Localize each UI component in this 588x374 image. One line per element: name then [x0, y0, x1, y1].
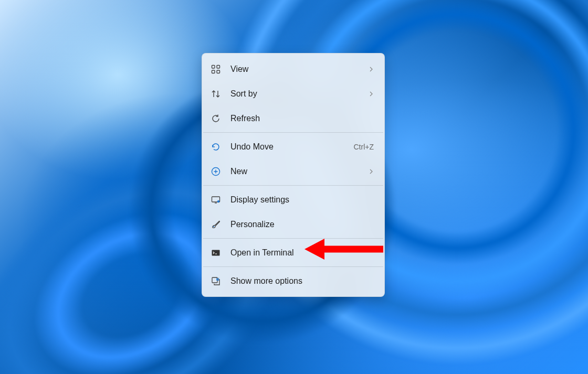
- menu-separator: [203, 266, 383, 267]
- menu-item-personalize[interactable]: Personalize: [202, 212, 384, 237]
- menu-label: Personalize: [230, 220, 376, 229]
- menu-item-view[interactable]: View: [202, 57, 384, 81]
- menu-label: New: [230, 167, 369, 176]
- svg-point-6: [217, 200, 219, 202]
- svg-rect-8: [212, 250, 220, 255]
- sort-icon: [211, 89, 221, 99]
- chevron-right-icon: [369, 90, 374, 98]
- chevron-right-icon: [369, 168, 374, 175]
- menu-label: View: [230, 65, 369, 74]
- terminal-icon: [211, 248, 221, 258]
- menu-shortcut: Ctrl+Z: [354, 143, 374, 151]
- svg-rect-2: [212, 70, 215, 73]
- grid-icon: [211, 64, 221, 74]
- menu-label: Undo Move: [230, 142, 354, 152]
- menu-label: Display settings: [230, 195, 376, 205]
- menu-label: Refresh: [230, 114, 376, 123]
- svg-point-7: [213, 226, 214, 227]
- undo-icon: [211, 142, 221, 152]
- chevron-right-icon: [369, 66, 374, 73]
- menu-item-display-settings[interactable]: Display settings: [202, 187, 384, 212]
- menu-item-new[interactable]: New: [202, 159, 384, 184]
- refresh-icon: [211, 113, 221, 124]
- menu-item-undo-move[interactable]: Undo Move Ctrl+Z: [202, 134, 384, 159]
- svg-rect-1: [217, 65, 220, 68]
- menu-label: Sort by: [230, 89, 369, 99]
- menu-separator: [203, 185, 383, 186]
- menu-item-refresh[interactable]: Refresh: [202, 106, 384, 131]
- display-icon: [211, 195, 221, 205]
- svg-rect-0: [212, 65, 215, 68]
- more-options-icon: [211, 276, 221, 286]
- menu-item-sort-by[interactable]: Sort by: [202, 81, 384, 106]
- new-icon: [211, 166, 221, 177]
- svg-rect-3: [217, 70, 220, 73]
- menu-item-show-more-options[interactable]: Show more options: [202, 269, 384, 293]
- menu-label: Show more options: [230, 276, 376, 286]
- personalize-icon: [211, 219, 221, 230]
- menu-separator: [203, 132, 383, 133]
- annotation-arrow: [304, 236, 394, 262]
